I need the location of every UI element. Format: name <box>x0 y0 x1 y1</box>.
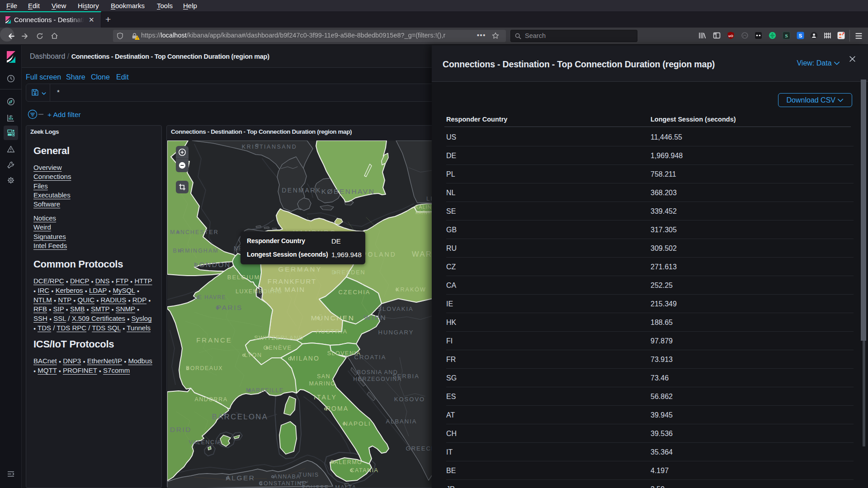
svg-text:WIEN: WIEN <box>364 314 387 321</box>
svg-text:TUNIS: TUNIS <box>299 472 319 478</box>
svg-text:MARINO: MARINO <box>309 380 336 387</box>
svg-text:SOUSSE: SOUSSE <box>301 484 329 488</box>
svg-text:S: S <box>785 33 788 38</box>
svg-text:SWITZERLAND: SWITZERLAND <box>254 334 304 341</box>
svg-text:BARCELONA: BARCELONA <box>212 413 268 421</box>
svg-text:SERBIA: SERBIA <box>392 373 420 380</box>
svg-text:GERMANY: GERMANY <box>278 265 322 273</box>
svg-text:PALERMO: PALERMO <box>330 459 363 465</box>
svg-text:PARIS: PARIS <box>217 304 243 311</box>
svg-text:BOSNIA AND: BOSNIA AND <box>357 369 398 375</box>
svg-text:CZECHIA: CZECHIA <box>338 289 370 296</box>
svg-text:تونس: تونس <box>297 479 308 483</box>
svg-text:uO: uO <box>728 34 733 38</box>
svg-text:ROMA: ROMA <box>326 405 349 412</box>
svg-text:ANNABA: ANNABA <box>274 474 301 480</box>
svg-text:KOSOVO: KOSOVO <box>394 396 425 403</box>
svg-text:LYON: LYON <box>244 352 262 358</box>
svg-text:KØBENHAVN: KØBENHAVN <box>321 188 375 195</box>
svg-text:BELGIUM: BELGIUM <box>227 274 260 281</box>
svg-text:ITALY: ITALY <box>314 394 337 401</box>
svg-text:DRID: DRID <box>170 426 192 433</box>
svg-text:ALBANIA: ALBANIA <box>386 418 417 425</box>
svg-text:GENÈVE: GENÈVE <box>263 344 292 351</box>
svg-text:VALÈNCIA: VALÈNCIA <box>189 439 222 446</box>
svg-text:HUNGARY: HUNGARY <box>378 329 414 336</box>
svg-text:LUXEMBOURG: LUXEMBOURG <box>236 288 283 295</box>
svg-text:CROATIA: CROATIA <box>354 354 387 361</box>
svg-text:KRISTIANSAND: KRISTIANSAND <box>242 144 297 150</box>
svg-text:BIRMINGHAM: BIRMINGHAM <box>173 248 218 254</box>
svg-text:MARSEILLE: MARSEILLE <box>246 387 284 394</box>
svg-text:POLAND: POLAND <box>362 251 396 258</box>
svg-text:S: S <box>799 33 802 38</box>
svg-text:ANDORRA: ANDORRA <box>194 396 227 403</box>
svg-text:MILANO: MILANO <box>290 355 320 362</box>
svg-text:NAPOLI: NAPOLI <box>343 420 371 427</box>
svg-text:SLOVAKIA: SLOVAKIA <box>377 305 413 312</box>
svg-text:MALTA: MALTA <box>335 484 356 488</box>
svg-text:DRESDEN: DRESDEN <box>331 269 365 276</box>
svg-text:AUSTRIA: AUSTRIA <box>316 328 348 335</box>
svg-text:ALGER: ALGER <box>226 474 255 482</box>
svg-text:FRANCE: FRANCE <box>196 336 232 344</box>
svg-text:FRANKFURT: FRANKFURT <box>268 277 317 285</box>
svg-text:DENMARK: DENMARK <box>282 187 321 194</box>
svg-text:LONDON: LONDON <box>194 261 231 268</box>
svg-text:KRAKÓW: KRAKÓW <box>396 286 426 293</box>
svg-text:SAN: SAN <box>317 373 330 380</box>
svg-text:BORDEAUX: BORDEAUX <box>186 365 223 371</box>
svg-text:CATANIA: CATANIA <box>350 467 379 474</box>
